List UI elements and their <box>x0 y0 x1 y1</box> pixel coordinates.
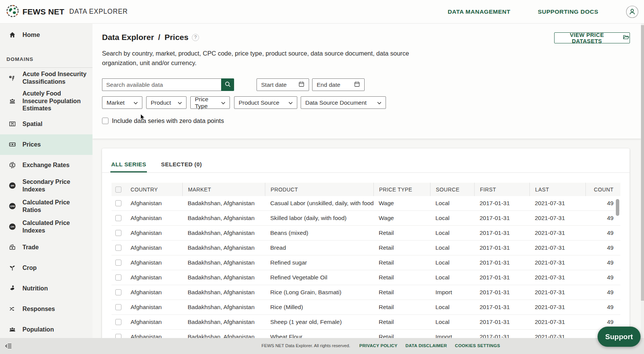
search-button[interactable] <box>221 78 234 91</box>
breadcrumb-root[interactable]: Data Explorer <box>102 33 154 42</box>
start-date-placeholder: Start date <box>261 81 287 88</box>
page-scrollbar-thumb[interactable] <box>641 25 644 301</box>
sidebar-item-label: Acutely Food Insecure Population Estimat… <box>22 90 87 112</box>
cell-source: Local <box>430 300 474 315</box>
table-row[interactable]: AfghanistanBadakhshan, AfghanistanBeans … <box>112 226 620 241</box>
cell-country: Afghanistan <box>125 315 182 330</box>
cell-first: 2017-01-31 <box>474 270 529 285</box>
footer-link-data-disclaimer[interactable]: DATA DISCLAIMER <box>405 343 447 348</box>
row-checkbox[interactable] <box>115 289 121 295</box>
sidebar-item-home[interactable]: Home <box>0 24 92 46</box>
collapse-sidebar-icon[interactable] <box>5 342 13 350</box>
nutrition-icon <box>8 285 17 292</box>
row-checkbox[interactable] <box>115 215 121 221</box>
filter-dropdown-row: MarketProductPrice TypeProduct SourceDat… <box>102 96 386 109</box>
sidebar-item-prices[interactable]: Prices <box>0 134 92 155</box>
chevron-down-icon <box>178 99 182 106</box>
support-button[interactable]: Support <box>598 327 641 347</box>
sidebar-item-secondary-price-indexes[interactable]: SPISecondary Price Indexes <box>0 175 92 196</box>
series-card: ALL SERIESSELECTED (0) COUNTRYMARKETPROD… <box>102 148 630 354</box>
cell-country: Afghanistan <box>125 241 182 255</box>
select-all-checkbox[interactable] <box>115 187 121 193</box>
top-nav-data-management[interactable]: DATA MANAGEMENT <box>448 8 510 15</box>
sidebar-item-responses[interactable]: Responses <box>0 299 92 319</box>
table-row[interactable]: AfghanistanBadakhshan, AfghanistanRice (… <box>112 285 620 300</box>
row-checkbox[interactable] <box>115 319 121 325</box>
row-checkbox-cell <box>112 285 125 300</box>
sidebar-item-calculated-price-indexes[interactable]: CPICalculated Price Indexes <box>0 217 92 237</box>
row-checkbox[interactable] <box>115 230 121 236</box>
sidebar-item-label: Prices <box>22 141 41 148</box>
search-bar <box>102 78 234 91</box>
cell-price-type: Retail <box>373 255 430 270</box>
cell-country: Afghanistan <box>125 196 182 211</box>
view-price-datasets-button[interactable]: VIEW PRICE DATASETS <box>554 32 630 43</box>
sidebar-item-acutely-food-insecure-population-estimates[interactable]: Acutely Food Insecure Population Estimat… <box>0 88 92 114</box>
cell-market: Badakhshan, Afghanistan <box>182 285 265 300</box>
table-row[interactable]: AfghanistanBadakhshan, AfghanistanRefine… <box>112 270 620 285</box>
table-row[interactable]: AfghanistanBadakhshan, AfghanistanRefine… <box>112 255 620 270</box>
column-header-count: COUNT <box>585 183 620 196</box>
sidebar-item-exchange-rates[interactable]: Exchange Rates <box>0 155 92 175</box>
column-header-market: MARKET <box>182 183 265 196</box>
product-dropdown[interactable]: Product <box>146 96 187 109</box>
domains-section-label: DOMAINS <box>0 46 92 68</box>
fews-net-logo[interactable]: FEWS NET DATA EXPLORER <box>6 5 128 19</box>
sidebar-item-label: Spatial <box>22 120 42 128</box>
row-checkbox-cell <box>112 270 125 285</box>
sidebar-item-nutrition[interactable]: Nutrition <box>0 278 92 299</box>
series-tabs: ALL SERIESSELECTED (0) <box>102 156 630 173</box>
page-scrollbar[interactable] <box>641 24 644 354</box>
row-checkbox[interactable] <box>115 200 121 206</box>
question-icon[interactable]: ? <box>192 34 199 41</box>
banknote-icon <box>8 141 17 148</box>
tab-all-series[interactable]: ALL SERIES <box>110 156 147 172</box>
tab-selected-0[interactable]: SELECTED (0) <box>160 156 202 172</box>
end-date-field[interactable]: End date <box>312 78 365 91</box>
row-checkbox[interactable] <box>115 245 121 251</box>
zero-data-checkbox[interactable] <box>102 118 108 124</box>
cell-price-type: Retail <box>373 315 430 330</box>
table-row[interactable]: AfghanistanBadakhshan, AfghanistanSkille… <box>112 211 620 226</box>
sidebar-item-trade[interactable]: Trade <box>0 237 92 258</box>
sidebar-item-acute-food-insecurity-classifications[interactable]: !Acute Food Insecurity Classifications <box>0 68 92 88</box>
market-dropdown[interactable]: Market <box>102 96 142 109</box>
row-checkbox-cell <box>112 315 125 330</box>
footer: FEWS NET Data Explorer. All rights reser… <box>0 338 644 354</box>
table-row[interactable]: AfghanistanBadakhshan, AfghanistanSheep … <box>112 315 620 330</box>
footer-link-privacy-policy[interactable]: PRIVACY POLICY <box>359 343 397 348</box>
table-scrollbar-thumb[interactable] <box>616 199 619 216</box>
filters-panel: Data Explorer / Prices ? VIEW PRICE DATA… <box>92 24 641 139</box>
zero-data-checkbox-label: Include data series with zero data point… <box>112 117 224 124</box>
cpi-badge-icon: CPI <box>8 223 17 231</box>
top-nav-supporting-docs[interactable]: SUPPORTING DOCS <box>538 8 598 15</box>
row-checkbox[interactable] <box>115 304 121 310</box>
cell-source: Local <box>430 315 474 330</box>
dropdown-label: Product Source <box>239 99 279 106</box>
user-avatar-icon[interactable] <box>626 5 639 18</box>
table-row[interactable]: AfghanistanBadakhshan, AfghanistanBreadR… <box>112 241 620 255</box>
sidebar-item-calculated-price-ratios[interactable]: CPRCalculated Price Ratios <box>0 196 92 217</box>
start-date-field[interactable]: Start date <box>257 78 309 91</box>
footer-link-cookies-settings[interactable]: COOKIES SETTINGS <box>455 343 500 348</box>
cell-last: 2021-07-31 <box>529 196 585 211</box>
table-row[interactable]: AfghanistanBadakhshan, AfghanistanRice (… <box>112 300 620 315</box>
brand-name: FEWS NET <box>22 7 64 16</box>
sidebar-item-spatial[interactable]: Spatial <box>0 114 92 134</box>
cell-source: Local <box>430 255 474 270</box>
table-row[interactable]: AfghanistanBadakhshan, AfghanistanCasual… <box>112 196 620 211</box>
sidebar-item-crop[interactable]: Crop <box>0 258 92 278</box>
sidebar-item-population[interactable]: Population <box>0 319 92 340</box>
product-source-dropdown[interactable]: Product Source <box>234 96 297 109</box>
search-input[interactable] <box>102 78 221 91</box>
cell-product: Beans (mixed) <box>265 226 373 241</box>
sidebar-item-label: Calculated Price Ratios <box>22 199 87 214</box>
end-date-placeholder: End date <box>317 81 340 88</box>
price-type-dropdown[interactable]: Price Type <box>190 96 230 109</box>
cell-last: 2021-07-31 <box>529 255 585 270</box>
row-checkbox[interactable] <box>115 260 121 266</box>
page-description: Search by country, market, product, CPC … <box>102 49 420 68</box>
data-source-document-dropdown[interactable]: Data Source Document <box>301 96 386 109</box>
row-checkbox-cell <box>112 300 125 315</box>
row-checkbox[interactable] <box>115 274 121 281</box>
